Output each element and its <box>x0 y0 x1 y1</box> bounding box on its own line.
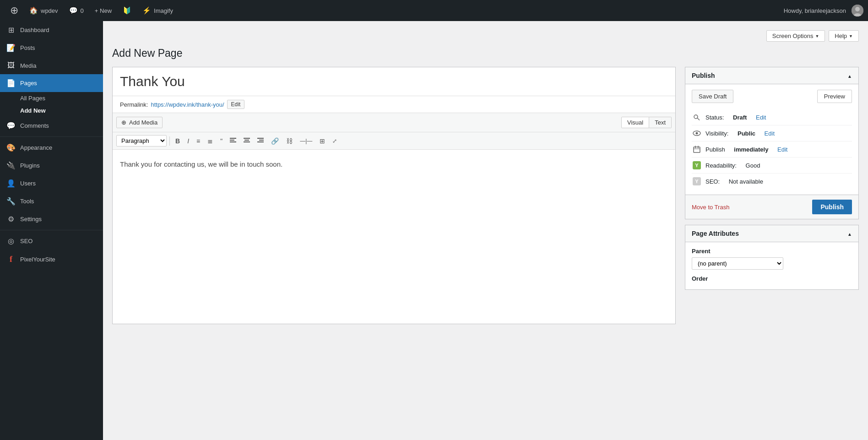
align-right-button[interactable] <box>255 136 266 146</box>
wp-logo[interactable]: ⊕ <box>5 0 24 21</box>
calendar-icon <box>692 144 702 154</box>
svg-rect-7 <box>244 138 250 139</box>
save-draft-button[interactable]: Save Draft <box>692 90 733 103</box>
new-item[interactable]: + New <box>89 0 117 21</box>
status-edit-link[interactable]: Edit <box>756 114 766 121</box>
sidebar-item-media[interactable]: 🖼 Media <box>0 57 103 74</box>
page-heading: Add New Page <box>112 47 859 60</box>
editor-wrapper: Permalink: https://wpdev.ink/thank-you/ … <box>112 67 676 324</box>
publish-time-label: Publish <box>705 146 725 153</box>
ul-button[interactable]: ≡ <box>194 136 203 146</box>
imagify-item[interactable]: ⚡ Imagify <box>137 0 179 21</box>
status-label: Status: <box>705 114 724 121</box>
publish-panel-title: Publish <box>692 72 715 79</box>
add-media-button[interactable]: ⊕ Add Media <box>116 117 163 128</box>
sidebar-sub-add-new[interactable]: Add New <box>0 104 103 117</box>
sidebar-label-seo: SEO <box>20 238 33 244</box>
sidebar-item-posts[interactable]: 📝 Posts <box>0 39 103 57</box>
site-name-label: wpdev <box>41 7 58 14</box>
yoast-readability-icon: Y <box>692 160 702 170</box>
admin-bar: ⊕ 🏠 wpdev 💬 0 + New 🔰 ⚡ Imagify Howdy, b… <box>0 0 868 21</box>
preview-button[interactable]: Preview <box>817 90 852 103</box>
seo-icon: ◎ <box>6 237 16 245</box>
add-media-icon: ⊕ <box>121 119 126 126</box>
svg-rect-8 <box>244 140 249 141</box>
sidebar-label-comments: Comments <box>20 122 49 129</box>
blockquote-button[interactable]: " <box>217 136 225 146</box>
sidebar-label-tools: Tools <box>20 198 34 205</box>
bold-button[interactable]: B <box>173 136 183 146</box>
sidebar: ⊞ Dashboard 📝 Posts 🖼 Media 📄 Pages All … <box>0 21 103 440</box>
imagify-label: Imagify <box>154 7 173 14</box>
align-left-button[interactable] <box>227 136 239 146</box>
sidebar-item-pages[interactable]: 📄 Pages <box>0 74 103 92</box>
sidebar-sub-all-pages[interactable]: All Pages <box>0 92 103 104</box>
svg-rect-5 <box>230 141 236 142</box>
help-button[interactable]: Help ▼ <box>829 30 859 42</box>
ol-button[interactable]: ≣ <box>205 136 216 146</box>
settings-icon: ⚙ <box>6 215 16 223</box>
unlink-button[interactable]: ⛓ <box>283 136 295 146</box>
content-area: Screen Options ▼ Help ▼ Add New Page Per <box>103 21 868 440</box>
status-value: Draft <box>733 114 747 121</box>
main-editor-column: Permalink: https://wpdev.ink/thank-you/ … <box>112 67 676 333</box>
status-row: Status: Draft Edit <box>692 109 852 125</box>
yoast-item[interactable]: 🔰 <box>117 0 137 21</box>
link-button[interactable]: 🔗 <box>268 136 282 146</box>
publish-panel-header[interactable]: Publish <box>685 67 858 84</box>
comments-item[interactable]: 💬 0 <box>64 0 89 21</box>
site-name-item[interactable]: 🏠 wpdev <box>24 0 64 21</box>
readability-value: Good <box>746 162 760 169</box>
publish-footer: Move to Trash Publish <box>685 195 858 219</box>
sidebar-item-seo[interactable]: ◎ SEO <box>0 232 103 250</box>
comments-sidebar-icon: 💬 <box>6 121 16 130</box>
visual-tab[interactable]: Visual <box>621 117 649 128</box>
sidebar-label-dashboard: Dashboard <box>20 27 49 33</box>
move-to-trash-button[interactable]: Move to Trash <box>692 204 729 211</box>
posts-icon: 📝 <box>6 43 16 52</box>
svg-point-1 <box>855 7 860 11</box>
screen-options-button[interactable]: Screen Options ▼ <box>766 30 825 42</box>
sidebar-item-comments[interactable]: 💬 Comments <box>0 117 103 135</box>
sidebar-item-appearance[interactable]: 🎨 Appearance <box>0 139 103 157</box>
view-tabs: Visual Text <box>621 117 672 128</box>
page-attributes-header[interactable]: Page Attributes <box>685 225 858 242</box>
sidebar-item-tools[interactable]: 🔧 Tools <box>0 192 103 210</box>
toolbar-separator-1 <box>169 136 170 146</box>
sidebar-item-plugins[interactable]: 🔌 Plugins <box>0 157 103 174</box>
sidebar-item-pixelyoursite[interactable]: f PixelYourSite <box>0 250 103 269</box>
sidebar-label-media: Media <box>20 62 36 69</box>
publish-time-edit-link[interactable]: Edit <box>777 146 787 153</box>
yoast-icon: 🔰 <box>123 6 131 15</box>
screen-options-chevron: ▼ <box>815 34 819 38</box>
editor-content[interactable]: Thank you for contacting us, we will be … <box>113 150 675 324</box>
sidebar-item-settings[interactable]: ⚙ Settings <box>0 210 103 228</box>
fullscreen-button[interactable]: ⤢ <box>330 136 340 146</box>
top-options-bar: Screen Options ▼ Help ▼ <box>112 30 859 42</box>
page-attributes-title: Page Attributes <box>692 230 739 237</box>
visibility-edit-link[interactable]: Edit <box>765 130 775 137</box>
permalink-label: Permalink: <box>120 101 148 108</box>
howdy-text: Howdy, brianleejackson <box>784 7 846 14</box>
permalink-url[interactable]: https://wpdev.ink/thank-you/ <box>151 101 224 108</box>
sidebar-label-pixelyoursite: PixelYourSite <box>20 256 55 263</box>
page-title-input[interactable] <box>113 67 675 96</box>
editor-toolbar: Paragraph Heading 1 Heading 2 Heading 3 … <box>113 132 675 150</box>
pages-icon: 📄 <box>6 79 16 87</box>
sidebar-item-users[interactable]: 👤 Users <box>0 174 103 192</box>
visibility-value: Public <box>738 130 755 137</box>
publish-button[interactable]: Publish <box>812 200 852 214</box>
text-tab[interactable]: Text <box>649 117 672 128</box>
pixel-icon: f <box>6 255 16 264</box>
svg-rect-12 <box>259 140 264 141</box>
readability-label: Readability: <box>705 162 737 169</box>
italic-button[interactable]: I <box>184 136 192 146</box>
align-center-button[interactable] <box>241 136 253 146</box>
permalink-edit-button[interactable]: Edit <box>227 100 245 109</box>
svg-point-17 <box>696 132 698 135</box>
table-button[interactable]: ⊞ <box>317 136 328 146</box>
format-select[interactable]: Paragraph Heading 1 Heading 2 Heading 3 … <box>116 135 167 147</box>
more-button[interactable]: —|— <box>297 136 315 146</box>
parent-select[interactable]: (no parent) <box>692 257 783 270</box>
sidebar-item-dashboard[interactable]: ⊞ Dashboard <box>0 21 103 39</box>
